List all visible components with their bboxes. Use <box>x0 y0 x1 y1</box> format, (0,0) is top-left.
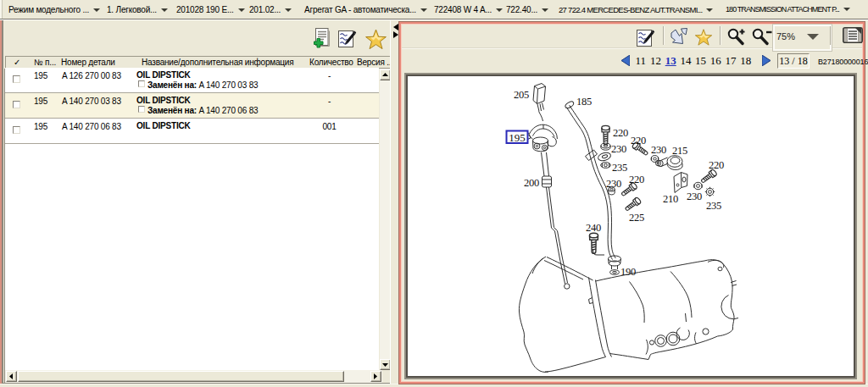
svg-text:230: 230 <box>611 143 626 155</box>
svg-text:195: 195 <box>509 131 526 144</box>
svg-text:220: 220 <box>631 135 646 147</box>
svg-text:185: 185 <box>576 96 592 108</box>
svg-text:225: 225 <box>629 212 644 224</box>
svg-text:235: 235 <box>706 200 721 212</box>
svg-text:220: 220 <box>709 159 724 171</box>
svg-text:235: 235 <box>612 162 627 174</box>
svg-text:205: 205 <box>514 89 529 101</box>
svg-text:230: 230 <box>687 191 702 202</box>
svg-text:190: 190 <box>620 266 636 278</box>
svg-text:220: 220 <box>613 127 628 139</box>
svg-text:220: 220 <box>629 174 644 185</box>
svg-text:230: 230 <box>606 178 621 190</box>
svg-text:200: 200 <box>524 177 539 189</box>
svg-text:215: 215 <box>672 145 687 157</box>
svg-text:240: 240 <box>586 222 601 234</box>
svg-text:230: 230 <box>651 144 666 156</box>
svg-text:210: 210 <box>663 193 678 205</box>
